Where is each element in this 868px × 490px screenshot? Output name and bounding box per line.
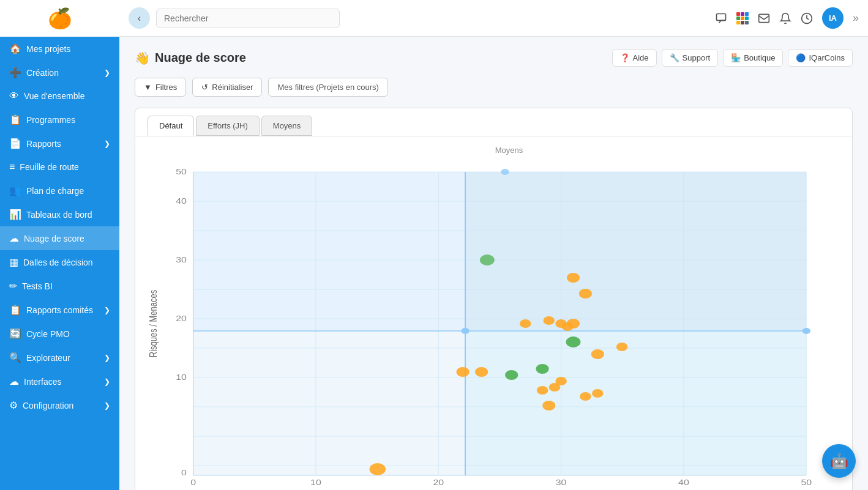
reinitialiser-button[interactable]: ↺ Réinitialiser (192, 78, 262, 97)
sidebar-item-creation[interactable]: ➕ Création ❯ (0, 61, 119, 84)
svg-text:50: 50 (176, 168, 187, 176)
plus-icon: ➕ (9, 67, 21, 78)
svg-text:Risques / Menaces: Risques / Menaces (147, 289, 159, 357)
chart-section: Défaut Efforts (JH) Moyens Moyens (135, 108, 853, 490)
sidebar-item-label: Plan de charge (26, 186, 84, 196)
aide-button[interactable]: ❓ Aide (612, 49, 657, 67)
chevron-icon: ❯ (104, 401, 110, 410)
title-emoji: 👋 (135, 51, 150, 65)
iqarcoins-button[interactable]: 🔵 IQarCoins (788, 49, 853, 67)
svg-point-49 (461, 328, 469, 334)
svg-text:40: 40 (176, 197, 187, 206)
svg-rect-4 (465, 172, 806, 331)
topbar: ‹ (119, 0, 868, 37)
question-icon: ❓ (620, 53, 630, 62)
sidebar-item-label: Interfaces (24, 377, 61, 387)
sidebar-item-configuration[interactable]: ⚙ Configuration ❯ (0, 393, 119, 417)
support-button[interactable]: 🔧 Support (662, 49, 719, 67)
svg-rect-6 (465, 331, 806, 475)
sidebar-item-feuille-route[interactable]: ≡ Feuille de route (0, 155, 119, 179)
tabs-container: Défaut Efforts (JH) Moyens (135, 108, 852, 136)
cycle-icon: 🔄 (9, 328, 21, 340)
sidebar-item-label: Feuille de route (20, 162, 79, 172)
back-button[interactable]: ‹ (129, 7, 150, 29)
sidebar-item-interfaces[interactable]: ☁ Interfaces ❯ (0, 369, 119, 393)
svg-text:30: 30 (176, 256, 187, 264)
sidebar-item-cycle-pmo[interactable]: 🔄 Cycle PMO (0, 322, 119, 346)
sidebar-item-nuage-score[interactable]: ☁ Nuage de score (0, 226, 119, 250)
svg-text:50: 50 (801, 478, 812, 487)
svg-point-51 (566, 336, 581, 347)
svg-rect-0 (716, 13, 725, 20)
sidebar-item-rapports-comites[interactable]: 📋 Rapports comités ❯ (0, 298, 119, 322)
sidebar-item-vue-ensemble[interactable]: 👁 Vue d'ensemble (0, 84, 119, 108)
sidebar-item-label: Nuage de score (24, 234, 84, 243)
sidebar-item-label: Cycle PMO (26, 329, 70, 339)
chatbot-button[interactable]: 🤖 (822, 444, 856, 478)
sidebar-item-label: Mes projets (26, 44, 70, 54)
sidebar-item-label: Rapports (26, 139, 61, 149)
search-input[interactable] (156, 9, 340, 28)
svg-point-45 (543, 316, 555, 325)
chevron-icon: ❯ (104, 354, 110, 362)
chevron-icon: ❯ (104, 306, 110, 314)
svg-point-53 (616, 343, 628, 351)
main-content: ‹ (119, 0, 868, 490)
svg-point-44 (520, 319, 531, 328)
chevron-icon: ❯ (104, 377, 110, 386)
cloud-icon: ☁ (9, 232, 19, 244)
sidebar-item-mes-projets[interactable]: 🏠 Mes projets (0, 37, 119, 61)
page-header: 👋 Nuage de score ❓ Aide 🔧 Support 🏪 Bout… (135, 49, 853, 67)
user-avatar[interactable]: IA (822, 7, 844, 29)
svg-point-56 (505, 370, 518, 380)
boutique-button[interactable]: 🏪 Boutique (723, 49, 783, 67)
tab-moyens[interactable]: Moyens (261, 116, 313, 136)
sidebar-item-label: Tableaux de bord (26, 210, 92, 220)
sidebar-item-plan-charge[interactable]: 👥 Plan de charge (0, 179, 119, 202)
reset-icon: ↺ (201, 83, 208, 92)
svg-point-58 (537, 386, 548, 395)
wrench-icon: 🔧 (670, 53, 679, 62)
mail-icon[interactable] (758, 12, 770, 24)
tab-defaut[interactable]: Défaut (148, 116, 194, 136)
svg-rect-5 (193, 331, 465, 475)
svg-point-63 (542, 401, 555, 410)
svg-point-64 (370, 463, 386, 475)
sidebar-item-rapports[interactable]: 📄 Rapports ❯ (0, 132, 119, 155)
coin-icon: 🔵 (796, 53, 806, 62)
interface-icon: ☁ (9, 376, 19, 387)
notification-icon[interactable] (779, 12, 791, 24)
sidebar-item-label: Programmes (26, 115, 75, 125)
logo-emoji: 🍊 (48, 7, 72, 30)
clock-icon[interactable] (801, 12, 813, 24)
document-icon: 📄 (9, 138, 21, 149)
home-icon: 🏠 (9, 43, 21, 54)
apps-icon[interactable] (736, 12, 749, 24)
sidebar-item-dalles-decision[interactable]: ▦ Dalles de décision (0, 250, 119, 274)
scatter-chart: 50 40 30 20 10 0 Risques / Menaces 0 10 … (144, 160, 843, 490)
svg-text:10: 10 (310, 478, 321, 487)
svg-rect-3 (193, 172, 465, 331)
chart-icon: 📊 (9, 209, 21, 220)
sidebar-item-explorateur[interactable]: 🔍 Explorateur ❯ (0, 346, 119, 369)
page-content: 👋 Nuage de score ❓ Aide 🔧 Support 🏪 Bout… (119, 37, 868, 490)
sidebar-item-programmes[interactable]: 📋 Programmes (0, 108, 119, 132)
grid-icon: ▦ (9, 256, 18, 268)
svg-point-54 (456, 367, 469, 377)
tab-efforts[interactable]: Efforts (JH) (196, 116, 260, 136)
svg-point-43 (579, 289, 592, 299)
svg-rect-1 (759, 14, 769, 22)
chart-title: Moyens (175, 146, 843, 155)
filtres-button[interactable]: ▼ Filtres (135, 78, 186, 97)
chart-svg: 50 40 30 20 10 0 Risques / Menaces 0 10 … (144, 160, 843, 490)
svg-point-41 (480, 254, 495, 265)
sidebar-item-label: Tests BI (22, 281, 53, 291)
sidebar-item-label: Explorateur (26, 353, 70, 363)
collapse-button[interactable]: » (853, 12, 859, 24)
sidebar-item-tableaux-bord[interactable]: 📊 Tableaux de bord (0, 202, 119, 226)
chat-icon[interactable] (715, 12, 727, 24)
page-actions: ❓ Aide 🔧 Support 🏪 Boutique 🔵 IQarCoins (612, 49, 853, 67)
sidebar-item-tests-bi[interactable]: ✏ Tests BI (0, 274, 119, 298)
filter-bar: ▼ Filtres ↺ Réinitialiser Mes filtres (P… (135, 78, 853, 97)
svg-text:30: 30 (556, 478, 567, 487)
